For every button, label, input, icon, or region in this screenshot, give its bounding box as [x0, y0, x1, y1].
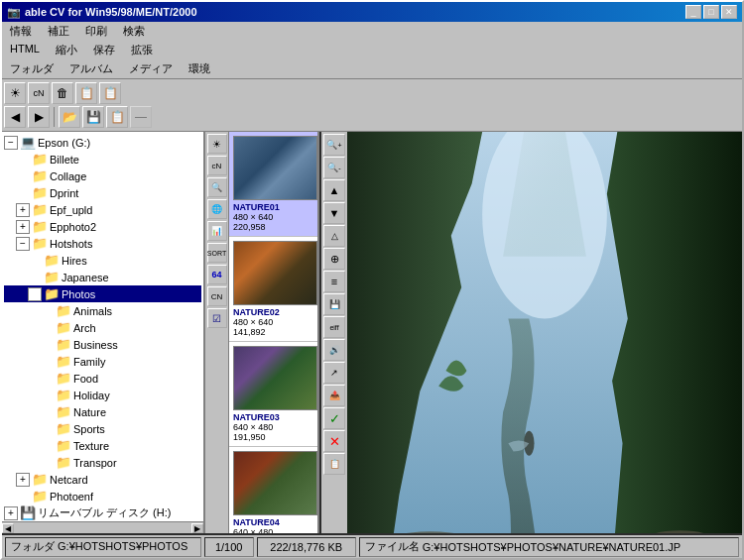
open-folder-button[interactable]: 📂 — [59, 106, 80, 128]
rt-up[interactable]: ▲ — [323, 179, 345, 201]
menu-album[interactable]: アルバム — [62, 59, 121, 78]
tree-label: Photoenf — [50, 491, 93, 503]
thumb-item-nature01[interactable]: NATURE01 480 × 640 220,958 — [229, 132, 317, 237]
thumb-item-nature04[interactable]: NATURE04 640 × 480 195,530 — [229, 447, 317, 533]
folder-icon: 📁 — [32, 219, 48, 234]
menu-row-2: HTML 縮小 保存 拡張 — [2, 41, 742, 59]
menu-correct[interactable]: 補正 — [40, 22, 77, 41]
tree-item-business[interactable]: 📁Business — [4, 336, 201, 353]
maximize-button[interactable]: □ — [703, 5, 719, 19]
tree-item-photos[interactable]: −📁Photos — [4, 285, 201, 302]
tree-expander[interactable]: − — [4, 136, 18, 150]
tree-item-collage[interactable]: 📁Collage — [4, 168, 201, 184]
tree-item-animals[interactable]: 📁Animals — [4, 302, 201, 319]
rt-lines[interactable]: ≡ — [323, 271, 345, 292]
folder-icon: 📁 — [56, 421, 71, 436]
tree-item-netcard[interactable]: +📁Netcard — [4, 471, 201, 488]
tree-label: Texture — [73, 440, 109, 452]
rt-check[interactable]: ✓ — [323, 407, 345, 429]
delete-button[interactable]: 🗑 — [52, 82, 73, 104]
tree-item-sports[interactable]: 📁Sports — [4, 420, 201, 437]
thumb-item-nature03[interactable]: NATURE03 640 × 480 191,950 — [229, 342, 317, 447]
folder-icon: 📁 — [44, 286, 60, 301]
thumb-cn-button[interactable]: cN — [207, 156, 227, 175]
tree-label: Collage — [50, 170, 86, 182]
tree-item-holiday[interactable]: 📁Holiday — [4, 387, 201, 403]
menu-search[interactable]: 検索 — [115, 22, 153, 41]
tree-container[interactable]: −💻Epson (G:)📁Billete📁Collage📁Dprint+📁Epf… — [2, 132, 203, 521]
thumb-scroll[interactable]: NATURE01 480 × 640 220,958 NATURE02 480 … — [229, 132, 317, 533]
menu-shrink[interactable]: 縮小 — [48, 41, 85, 59]
folder-icon: 📁 — [44, 253, 60, 268]
minimize-button[interactable]: _ — [685, 5, 701, 19]
tree-expander[interactable]: + — [16, 203, 30, 217]
menu-row-1: 情報 補正 印刷 検索 — [2, 22, 742, 41]
tree-expander[interactable]: + — [16, 220, 30, 234]
menu-env[interactable]: 環境 — [181, 59, 218, 78]
back-button[interactable]: ◀ — [4, 106, 26, 128]
tree-item-epson[interactable]: −💻Epson (G:) — [4, 134, 201, 151]
globe-button[interactable]: 🌐 — [207, 199, 227, 219]
64-button[interactable]: 64 — [207, 265, 227, 284]
check-button[interactable]: ☑ — [207, 308, 227, 328]
tree-item-epf_upld[interactable]: +📁Epf_upld — [4, 201, 201, 218]
tree-item-family[interactable]: 📁Family — [4, 353, 201, 370]
rt-zoomin[interactable]: 🔍+ — [323, 134, 345, 156]
tree-item-nature[interactable]: 📁Nature — [4, 403, 201, 420]
cn2-button[interactable]: CN — [207, 286, 227, 306]
tree-expander[interactable]: + — [16, 473, 30, 487]
tree-item-texture[interactable]: 📁Texture — [4, 437, 201, 454]
close-button[interactable]: ✕ — [721, 5, 737, 19]
tree-expander[interactable]: − — [16, 237, 30, 251]
menu-save[interactable]: 保存 — [85, 41, 123, 59]
tree-label: Epf_upld — [50, 204, 92, 216]
rt-down[interactable]: ▼ — [323, 202, 345, 224]
cn-button[interactable]: cN — [28, 82, 50, 104]
menu-info[interactable]: 情報 — [2, 22, 40, 41]
rt-save[interactable]: 💾 — [323, 293, 345, 315]
tree-item-epphoto2[interactable]: +📁Epphoto2 — [4, 218, 201, 235]
rt-arrow-up[interactable]: △ — [323, 225, 345, 247]
tree-item-photoent[interactable]: 📁Photoenf — [4, 488, 201, 504]
folder-icon: 📁 — [56, 371, 71, 386]
rt-sound[interactable]: 🔊 — [323, 339, 345, 361]
rt-arrow-ne[interactable]: ↗ — [323, 362, 345, 384]
rt-cross[interactable]: ✕ — [323, 430, 345, 452]
menu-media[interactable]: メディア — [121, 59, 181, 78]
thumb-item-nature02[interactable]: NATURE02 480 × 640 141,892 — [229, 237, 317, 342]
chart-button[interactable]: 📊 — [207, 221, 227, 241]
sort-button[interactable]: SORT — [207, 243, 227, 263]
clipboard-button[interactable]: 📋 — [106, 106, 128, 128]
tree-item-japanese[interactable]: 📁Japanese — [4, 269, 201, 285]
sun-button[interactable]: ☀ — [4, 82, 26, 104]
menu-print[interactable]: 印刷 — [77, 22, 115, 41]
tree-expander[interactable]: − — [28, 287, 42, 301]
window-controls: _ □ ✕ — [685, 5, 737, 19]
copy-button[interactable]: 📋 — [75, 82, 97, 104]
tree-item-dprint[interactable]: 📁Dprint — [4, 184, 201, 201]
brightness-button[interactable]: ☀ — [207, 134, 227, 154]
zoom-in-button[interactable]: 🔍 — [207, 177, 227, 197]
tree-item-removable[interactable]: +💾リムーバブル ディスク (H:) — [4, 504, 201, 521]
tree-item-food[interactable]: 📁Food — [4, 370, 201, 387]
rt-plus[interactable]: ⊕ — [323, 248, 345, 270]
rt-clip[interactable]: 📋 — [323, 453, 345, 475]
toolbar-row-1: ☀ cN 🗑 📋 📋 — [4, 81, 740, 105]
save-button[interactable]: 💾 — [82, 106, 104, 128]
tree-expander[interactable]: + — [4, 506, 18, 520]
menu-html[interactable]: HTML — [2, 41, 48, 59]
rt-eiff[interactable]: eiff — [323, 316, 345, 338]
tree-item-billete[interactable]: 📁Billete — [4, 151, 201, 168]
paste-button[interactable]: 📋 — [99, 82, 121, 104]
tree-item-transpor[interactable]: 📁Transpor — [4, 454, 201, 471]
tree-label: Dprint — [50, 187, 78, 199]
tree-item-hotshots[interactable]: −📁Hotshots — [4, 235, 201, 252]
rt-zoomout[interactable]: 🔍- — [323, 157, 345, 178]
menu-extend[interactable]: 拡張 — [123, 41, 161, 59]
tree-item-arch[interactable]: 📁Arch — [4, 319, 201, 336]
menu-folder[interactable]: フォルダ — [2, 59, 62, 78]
rt-export[interactable]: 📤 — [323, 385, 345, 406]
tree-hscrollbar[interactable]: ◀ ▶ — [2, 521, 203, 533]
tree-item-hires[interactable]: 📁Hires — [4, 252, 201, 269]
forward-button[interactable]: ▶ — [28, 106, 50, 128]
